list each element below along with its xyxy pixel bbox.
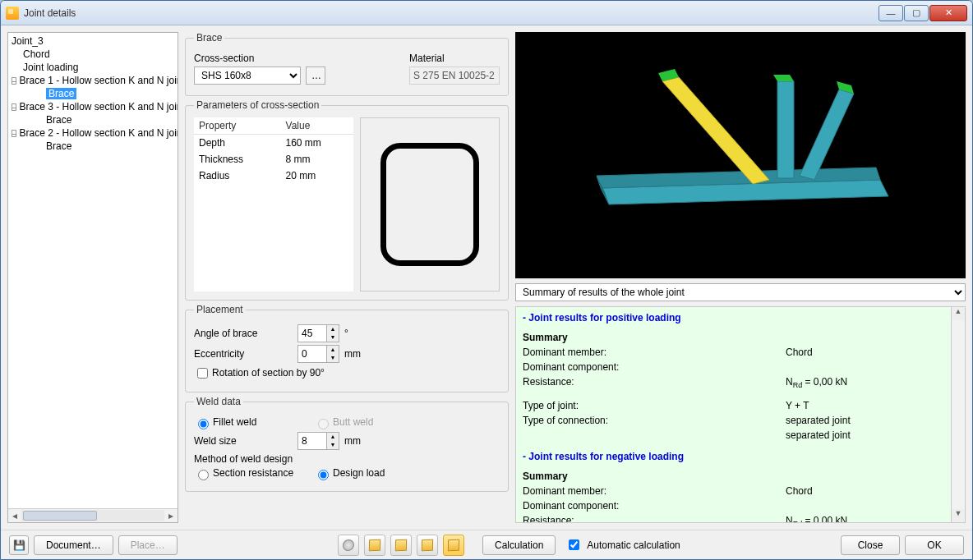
tree-node-brace2-brace[interactable]: Brace [8, 140, 178, 153]
scroll-down-icon[interactable]: ▼ [952, 509, 965, 522]
tree-node-chord[interactable]: Chord [8, 48, 178, 61]
shs-shape-icon [380, 143, 479, 266]
cross-section-browse-button[interactable]: … [306, 67, 325, 85]
tree-node-brace3-brace[interactable]: Brace [8, 113, 178, 126]
parameters-table: Property Value Depth160 mm Thickness8 mm… [194, 117, 353, 291]
cross-section-label: Cross-section [194, 53, 293, 64]
material-field [409, 67, 500, 85]
footer: 💾 Document… Place… Calculation Automatic… [1, 530, 972, 559]
autocalc-checkbox[interactable] [569, 539, 579, 550]
tree-node-brace1[interactable]: –Brace 1 - Hollow section K and N joint [8, 74, 178, 87]
rotation-checkbox-label[interactable]: Rotation of section by 90° [194, 365, 325, 381]
collapse-icon[interactable]: – [12, 103, 16, 111]
render-3d-view[interactable] [515, 32, 966, 278]
svg-marker-5 [777, 81, 794, 178]
fillet-radio-label[interactable]: Fillet weld [194, 416, 309, 429]
app-icon [6, 7, 19, 20]
joint-tree[interactable]: Joint_3 Chord Joint loading –Brace 1 - H… [8, 33, 178, 508]
svg-marker-3 [662, 77, 769, 184]
design-load-radio[interactable] [318, 470, 329, 480]
scroll-thumb[interactable] [23, 511, 97, 521]
spin-down-icon[interactable]: ▼ [327, 333, 339, 342]
ecc-label: Eccentricity [194, 348, 293, 360]
method-label: Method of weld design [194, 453, 500, 465]
joint-3d-icon [515, 32, 966, 278]
spin-up-icon[interactable]: ▲ [327, 433, 339, 441]
view-front-button[interactable] [364, 535, 385, 556]
col-value: Value [281, 117, 353, 135]
angle-unit: ° [344, 328, 348, 339]
tree-node-root[interactable]: Joint_3 [8, 34, 178, 48]
col-property: Property [194, 117, 281, 135]
window-title: Joint details [24, 7, 878, 19]
close-button[interactable]: Close [841, 535, 900, 555]
tree-panel: Joint_3 Chord Joint loading –Brace 1 - H… [7, 32, 178, 523]
parameters-legend: Parameters of cross-section [194, 99, 321, 111]
butt-radio-label: Butt weld [314, 416, 373, 429]
scroll-left-icon[interactable]: ◂ [8, 510, 21, 521]
view-iso-button[interactable] [443, 535, 464, 556]
scroll-up-icon[interactable]: ▲ [952, 307, 965, 320]
svg-marker-7 [800, 90, 854, 180]
spin-up-icon[interactable]: ▲ [327, 346, 339, 354]
view-top-button[interactable] [417, 535, 438, 556]
tree-node-joint-loading[interactable]: Joint loading [8, 61, 178, 74]
cross-section-select[interactable]: SHS 160x8 [194, 67, 301, 85]
placement-legend: Placement [194, 304, 246, 315]
weld-legend: Weld data [194, 396, 243, 407]
parameters-group: Parameters of cross-section Property Val… [185, 99, 509, 301]
material-label: Material [409, 53, 500, 64]
section-res-radio-label[interactable]: Section resistance [194, 467, 309, 480]
scroll-track[interactable] [952, 320, 965, 509]
scroll-track[interactable] [21, 510, 164, 521]
weld-group: Weld data Fillet weld Butt weld Weld siz… [185, 396, 509, 492]
save-button[interactable]: 💾 [9, 535, 29, 555]
ecc-input[interactable] [297, 345, 327, 363]
tree-node-brace2[interactable]: –Brace 2 - Hollow section K and N joint [8, 126, 178, 140]
results-text: - Joint results for positive loading Sum… [516, 307, 951, 522]
tree-node-brace1-brace[interactable]: Brace [8, 87, 178, 100]
view-side-button[interactable] [390, 535, 412, 556]
angle-spinner[interactable]: ▲▼ [297, 324, 339, 342]
results-summary-select[interactable]: Summary of results of the whole joint [515, 283, 966, 301]
minimize-button[interactable]: — [878, 5, 903, 21]
brace-group: Brace Cross-section Material SHS 160x8 … [185, 32, 509, 96]
table-row: Thickness8 mm [194, 151, 353, 168]
angle-input[interactable] [297, 324, 327, 342]
calculation-button[interactable]: Calculation [482, 535, 556, 555]
collapse-icon[interactable]: – [12, 77, 16, 85]
scroll-right-icon[interactable]: ▸ [164, 510, 178, 521]
client-area: Joint_3 Chord Joint loading –Brace 1 - H… [1, 25, 972, 530]
weld-size-label: Weld size [194, 435, 293, 447]
save-icon: 💾 [13, 539, 25, 551]
results-pos-header: - Joint results for positive loading [523, 310, 944, 325]
left-column: Joint_3 Chord Joint loading –Brace 1 - H… [7, 32, 178, 523]
document-button[interactable]: Document… [34, 535, 113, 555]
spin-up-icon[interactable]: ▲ [327, 325, 339, 333]
design-load-radio-label[interactable]: Design load [314, 467, 385, 480]
spin-down-icon[interactable]: ▼ [327, 354, 339, 362]
section-res-radio[interactable] [198, 470, 209, 480]
close-window-button[interactable]: ✕ [929, 5, 967, 21]
table-row: Depth160 mm [194, 135, 353, 152]
weld-size-spinner[interactable]: ▲▼ [297, 432, 339, 450]
weld-size-input[interactable] [297, 432, 327, 450]
brace-legend: Brace [194, 32, 224, 44]
angle-label: Angle of brace [194, 328, 293, 339]
collapse-icon[interactable]: – [12, 130, 16, 137]
view-globe-button[interactable] [338, 535, 359, 556]
results-v-scrollbar[interactable]: ▲ ▼ [951, 307, 965, 522]
section-preview [360, 117, 500, 291]
tree-node-brace3[interactable]: –Brace 3 - Hollow section K and N joint [8, 100, 178, 113]
cube-icon [395, 539, 407, 550]
ecc-spinner[interactable]: ▲▼ [297, 345, 339, 363]
tree-h-scrollbar[interactable]: ◂ ▸ [8, 508, 178, 522]
maximize-button[interactable]: ▢ [904, 5, 929, 21]
placement-group: Placement Angle of brace ▲▼ ° Eccentrici… [185, 304, 509, 392]
globe-icon [343, 539, 354, 550]
autocalc-label[interactable]: Automatic calculation [565, 537, 680, 553]
spin-down-icon[interactable]: ▼ [327, 441, 339, 449]
rotation-checkbox[interactable] [197, 368, 208, 379]
ok-button[interactable]: OK [905, 535, 964, 555]
fillet-radio[interactable] [198, 419, 209, 429]
